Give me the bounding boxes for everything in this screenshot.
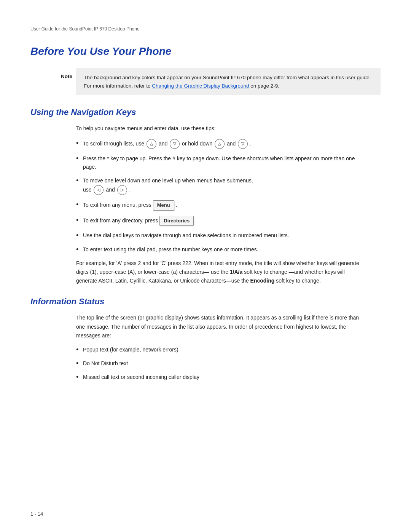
scroll-and-2: and bbox=[227, 140, 237, 146]
section2-content: The top line of the screen (or graphic d… bbox=[76, 313, 365, 381]
bullet-textentry-content: To enter text using the dial pad, press … bbox=[83, 245, 365, 254]
bullet-levelkeys-content: To move one level down and one level up … bbox=[83, 176, 365, 195]
scroll-or: or hold down bbox=[182, 140, 214, 146]
bullet-dot-1: • bbox=[76, 140, 83, 147]
dir-text-before: To exit from any directory, press bbox=[83, 217, 159, 224]
scroll-and-1: and bbox=[159, 140, 169, 146]
header-section: User Guide for the SoundPoint IP 670 Des… bbox=[30, 23, 381, 32]
right-arrow-icon bbox=[117, 185, 127, 195]
level-use: use bbox=[83, 186, 93, 192]
section-navigation-keys: Using the Navigation Keys To help you na… bbox=[30, 107, 381, 285]
bullet-dot-s2-1: • bbox=[76, 346, 83, 353]
bullet-dot-s2-3: • bbox=[76, 374, 83, 380]
section1-intro: To help you navigate menus and enter dat… bbox=[76, 124, 365, 133]
footer-page-number: 1 - 14 bbox=[30, 511, 43, 517]
bullet-dot-s2-2: • bbox=[76, 360, 83, 367]
bullet-missed-content: Missed call text or second incoming call… bbox=[83, 373, 365, 381]
bullet-menu-content: To exit from any menu, press Menu . bbox=[83, 200, 365, 211]
bullet-dialpad-content: Use the dial pad keys to navigate throug… bbox=[83, 231, 365, 240]
note-box: The background and key colors that appea… bbox=[76, 68, 381, 95]
bullet-scroll: • To scroll through lists, use and or ho… bbox=[76, 139, 365, 149]
down-arrow-icon-2 bbox=[238, 139, 248, 149]
level-period: . bbox=[129, 186, 131, 192]
section-information-status: Information Status The top line of the s… bbox=[30, 297, 381, 381]
scroll-text-before: To scroll through lists, use bbox=[83, 140, 146, 146]
bullet-levelkeys: • To move one level down and one level u… bbox=[76, 176, 365, 195]
list-item: • Missed call text or second incoming ca… bbox=[76, 373, 365, 381]
bullet-dot-2: • bbox=[76, 155, 83, 162]
header-rule bbox=[30, 23, 381, 23]
section2-title: Information Status bbox=[30, 297, 381, 307]
section1-bullet-list: • To scroll through lists, use and or ho… bbox=[76, 139, 365, 254]
directories-key-button: Directories bbox=[159, 216, 194, 226]
bullet-textentry: • To enter text using the dial pad, pres… bbox=[76, 245, 365, 254]
bullet-dot-4: • bbox=[76, 201, 83, 208]
section1-title: Using the Navigation Keys bbox=[30, 107, 381, 117]
menu-text-before: To exit from any menu, press bbox=[83, 202, 153, 208]
dir-text-after: . bbox=[195, 217, 197, 224]
para-end: soft key to change. bbox=[274, 278, 320, 284]
page-title: Before You Use Your Phone bbox=[30, 45, 381, 58]
bullet-popup-content: Popup text (for example, network errors) bbox=[83, 345, 365, 354]
level-and: and bbox=[106, 186, 116, 192]
section1-paragraph: For example, for 'A' press 2 and for 'C'… bbox=[76, 259, 365, 285]
section1-content: To help you navigate menus and enter dat… bbox=[76, 124, 365, 285]
menu-text-after: . bbox=[175, 202, 177, 208]
menu-key-button: Menu bbox=[153, 200, 174, 211]
page-container: User Guide for the SoundPoint IP 670 Des… bbox=[0, 0, 411, 420]
list-item: • Popup text (for example, network error… bbox=[76, 345, 365, 354]
bullet-directories: • To exit from any directory, press Dire… bbox=[76, 216, 365, 226]
scroll-period: . bbox=[250, 140, 252, 146]
up-arrow-icon bbox=[147, 139, 156, 149]
bullet-dot-7: • bbox=[76, 246, 83, 253]
bullet-scroll-content: To scroll through lists, use and or hold… bbox=[83, 139, 365, 149]
bullet-dot-6: • bbox=[76, 232, 83, 239]
bullet-dot-3: • bbox=[76, 177, 83, 184]
header-breadcrumb: User Guide for the SoundPoint IP 670 Des… bbox=[30, 26, 381, 32]
para-bold-1: 1/A/a bbox=[230, 269, 242, 275]
note-container: Note The background and key colors that … bbox=[30, 68, 381, 95]
up-arrow-icon-2 bbox=[215, 139, 225, 149]
left-arrow-icon bbox=[94, 185, 104, 195]
list-item: • Do Not Disturb text bbox=[76, 359, 365, 367]
level-text-before: To move one level down and one level up … bbox=[83, 177, 253, 184]
note-label: Note bbox=[61, 73, 72, 79]
bullet-dot-5: • bbox=[76, 217, 83, 224]
bullet-directories-content: To exit from any directory, press Direct… bbox=[83, 216, 365, 226]
bullet-pagekeys-content: Press the * key to page up. Press the # … bbox=[83, 154, 365, 171]
para-bold-2: Encoding bbox=[250, 278, 275, 284]
bullet-dnd-content: Do Not Disturb text bbox=[83, 359, 365, 367]
down-arrow-icon-1 bbox=[170, 139, 180, 149]
note-link-suffix: on page 2-9. bbox=[249, 83, 279, 89]
note-link[interactable]: Changing the Graphic Display Background bbox=[152, 83, 249, 89]
section2-intro: The top line of the screen (or graphic d… bbox=[76, 313, 365, 340]
bullet-pagekeys: • Press the * key to page up. Press the … bbox=[76, 154, 365, 171]
bullet-dialpad: • Use the dial pad keys to navigate thro… bbox=[76, 231, 365, 240]
bullet-menu: • To exit from any menu, press Menu . bbox=[76, 200, 365, 211]
section2-bullet-list: • Popup text (for example, network error… bbox=[76, 345, 365, 382]
